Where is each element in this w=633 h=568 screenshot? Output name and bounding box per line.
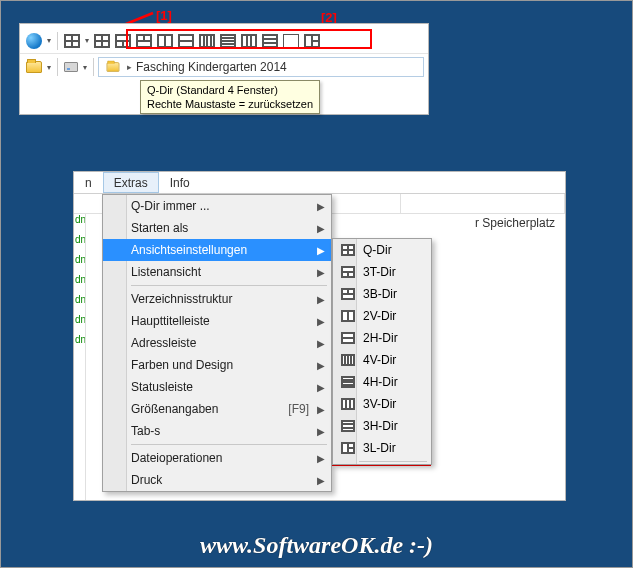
folder-icon[interactable] bbox=[26, 61, 42, 73]
menu-item-extras[interactable]: Extras bbox=[103, 172, 159, 193]
separator bbox=[57, 32, 58, 50]
annotation-1: [1] bbox=[156, 8, 172, 23]
submenu-arrow-icon: ▶ bbox=[317, 316, 325, 327]
submenu-ansichtseinstellungen: Q-Dir 3T-Dir 3B-Dir 2V-Dir 2H-Dir 4V-Dir… bbox=[332, 238, 432, 465]
submenu-arrow-icon: ▶ bbox=[317, 294, 325, 305]
layout-btn-3b[interactable] bbox=[136, 34, 152, 48]
menu-divider bbox=[131, 444, 327, 445]
submenu-item-2vdir[interactable]: 2V-Dir bbox=[333, 305, 431, 327]
submenu-arrow-icon: ▶ bbox=[317, 453, 325, 464]
breadcrumb[interactable]: ▸ Fasching Kindergarten 2014 bbox=[98, 57, 424, 77]
disk-icon[interactable] bbox=[64, 62, 78, 72]
submenu-arrow-icon: ▶ bbox=[317, 245, 325, 256]
list-item: dn bbox=[74, 254, 85, 274]
layout-btn-4v[interactable] bbox=[199, 34, 215, 48]
menu-item-adressleiste[interactable]: Adressleiste▶ bbox=[103, 332, 331, 354]
disk-dropdown-icon[interactable]: ▾ bbox=[81, 59, 89, 75]
tooltip: Q-Dir (Standard 4 Fenster) Rechte Mausta… bbox=[140, 80, 320, 114]
submenu-item-3vdir[interactable]: 3V-Dir bbox=[333, 393, 431, 415]
left-pane-sliver: dn dn dn dn dn dn dn bbox=[74, 214, 86, 500]
submenu-item-qdir[interactable]: Q-Dir bbox=[333, 239, 431, 261]
menu-item-druck[interactable]: Druck▶ bbox=[103, 469, 331, 491]
layout-dropdown-icon[interactable]: ▾ bbox=[83, 33, 91, 49]
layout-2v-icon bbox=[341, 310, 355, 322]
menu-item-tabs[interactable]: Tab-s▶ bbox=[103, 420, 331, 442]
toolbar-row-1: ▾ ▾ bbox=[20, 28, 428, 54]
menu-item-starten-als[interactable]: Starten als▶ bbox=[103, 217, 331, 239]
layout-btn-4h[interactable] bbox=[220, 34, 236, 48]
layout-3t-icon bbox=[341, 266, 355, 278]
layout-btn-3h[interactable] bbox=[262, 34, 278, 48]
list-item: dn bbox=[74, 314, 85, 334]
menubar: n Extras Info bbox=[74, 172, 565, 194]
layout-btn-3t[interactable] bbox=[115, 34, 131, 48]
menu-item-info[interactable]: Info bbox=[159, 172, 201, 193]
toolbar-row-2: ▾ ▾ ▸ Fasching Kindergarten 2014 bbox=[20, 54, 428, 80]
layout-btn-1[interactable] bbox=[283, 34, 299, 48]
submenu-arrow-icon: ▶ bbox=[317, 404, 325, 415]
submenu-item-2hdir[interactable]: 2H-Dir bbox=[333, 327, 431, 349]
data-row: r Speicherplatz bbox=[475, 216, 555, 230]
globe-dropdown-icon[interactable]: ▾ bbox=[45, 33, 53, 49]
layout-btn-2h[interactable] bbox=[178, 34, 194, 48]
list-item: dn bbox=[74, 274, 85, 294]
tooltip-line-2: Rechte Maustaste = zurücksetzen bbox=[147, 97, 313, 111]
list-item: dn bbox=[74, 294, 85, 314]
menu-item-partial[interactable]: n bbox=[74, 172, 103, 193]
layout-btn-q[interactable] bbox=[94, 34, 110, 48]
menu-item-verzeichnisstruktur[interactable]: Verzeichnisstruktur▶ bbox=[103, 288, 331, 310]
submenu-arrow-icon: ▶ bbox=[317, 201, 325, 212]
menu-item-haupttitelleiste[interactable]: Haupttitelleiste▶ bbox=[103, 310, 331, 332]
menu-item-groessenangaben[interactable]: Größenangaben[F9]▶ bbox=[103, 398, 331, 420]
menu-item-dateioperationen[interactable]: Dateioperationen▶ bbox=[103, 447, 331, 469]
submenu-arrow-icon: ▶ bbox=[317, 267, 325, 278]
list-item: dn bbox=[74, 334, 85, 354]
layout-btn-3l[interactable] bbox=[304, 34, 320, 48]
menu-divider bbox=[359, 461, 427, 462]
submenu-arrow-icon: ▶ bbox=[317, 475, 325, 486]
menu-item-farben-design[interactable]: Farben und Design▶ bbox=[103, 354, 331, 376]
submenu-arrow-icon: ▶ bbox=[317, 338, 325, 349]
menu-divider bbox=[131, 285, 327, 286]
submenu-item-3bdir[interactable]: 3B-Dir bbox=[333, 283, 431, 305]
submenu-arrow-icon: ▶ bbox=[317, 360, 325, 371]
breadcrumb-text: Fasching Kindergarten 2014 bbox=[136, 60, 287, 74]
footer-watermark: www.SoftwareOK.de :-) bbox=[1, 532, 632, 559]
globe-icon[interactable] bbox=[26, 33, 42, 49]
submenu-item-4vdir[interactable]: 4V-Dir bbox=[333, 349, 431, 371]
main-window: n Extras Info dn dn dn dn dn dn dn r Spe… bbox=[73, 171, 566, 501]
breadcrumb-folder-icon bbox=[107, 62, 120, 72]
layout-btn-2v[interactable] bbox=[157, 34, 173, 48]
submenu-item-3hdir[interactable]: 3H-Dir bbox=[333, 415, 431, 437]
folder-dropdown-icon[interactable]: ▾ bbox=[45, 59, 53, 75]
submenu-item-3tdir[interactable]: 3T-Dir bbox=[333, 261, 431, 283]
column-header[interactable] bbox=[401, 194, 565, 213]
layout-4h-icon bbox=[341, 376, 355, 388]
context-menu-extras: Q-Dir immer ...▶ Starten als▶ Ansichtsei… bbox=[102, 194, 332, 492]
menu-item-listenansicht[interactable]: Listenansicht▶ bbox=[103, 261, 331, 283]
menu-item-ansichtseinstellungen[interactable]: Ansichtseinstellungen▶ bbox=[103, 239, 331, 261]
layout-q-icon bbox=[341, 244, 355, 256]
layout-3b-icon bbox=[341, 288, 355, 300]
submenu-arrow-icon: ▶ bbox=[317, 426, 325, 437]
layout-btn-3v[interactable] bbox=[241, 34, 257, 48]
separator bbox=[57, 58, 58, 76]
layout-3v-icon bbox=[341, 398, 355, 410]
layout-3l-icon bbox=[341, 442, 355, 454]
menu-item-statusleiste[interactable]: Statusleiste▶ bbox=[103, 376, 331, 398]
layout-q-icon[interactable] bbox=[64, 34, 80, 48]
separator bbox=[93, 58, 94, 76]
layout-2h-icon bbox=[341, 332, 355, 344]
submenu-item-4hdir[interactable]: 4H-Dir bbox=[333, 371, 431, 393]
chevron-right-icon: ▸ bbox=[127, 62, 132, 72]
submenu-item-3ldir[interactable]: 3L-Dir bbox=[333, 437, 431, 459]
list-item: dn bbox=[74, 214, 85, 234]
submenu-arrow-icon: ▶ bbox=[317, 382, 325, 393]
cell-text: r Speicherplatz bbox=[475, 216, 555, 230]
hotkey-label: [F9] bbox=[288, 402, 309, 416]
menu-item-qdir-immer[interactable]: Q-Dir immer ...▶ bbox=[103, 195, 331, 217]
tooltip-line-1: Q-Dir (Standard 4 Fenster) bbox=[147, 83, 313, 97]
layout-3h-icon bbox=[341, 420, 355, 432]
submenu-arrow-icon: ▶ bbox=[317, 223, 325, 234]
toolbar-panel: ▾ ▾ ▾ ▾ ▸ Fasching Kindergarten 2014 Q-D… bbox=[19, 23, 429, 115]
